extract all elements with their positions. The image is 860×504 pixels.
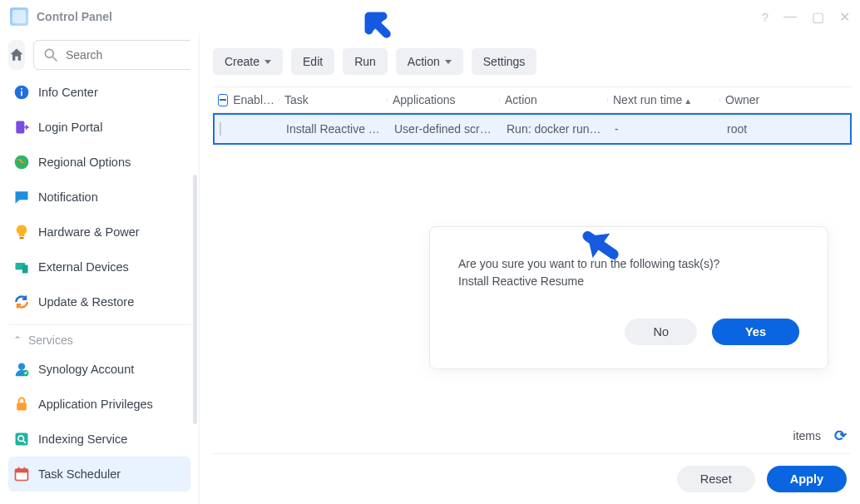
account-icon — [13, 361, 30, 378]
col-owner[interactable]: Owner — [720, 93, 816, 106]
dialog-no-button[interactable]: No — [625, 319, 697, 345]
col-action[interactable]: Action — [500, 93, 608, 106]
sidebar-item-label: Login Portal — [38, 121, 102, 134]
home-button[interactable] — [8, 40, 25, 70]
task-table: Enabl… Task Applications Action Next run… — [213, 86, 852, 145]
svg-line-1 — [53, 57, 57, 62]
home-icon — [8, 47, 25, 63]
cell-next-run: - — [610, 122, 722, 136]
titlebar: Control Panel ? — ▢ ✕ — [0, 0, 860, 33]
sidebar-item-label: Update & Restore — [38, 295, 134, 309]
sidebar-item-label: Synology Account — [38, 363, 134, 376]
cell-action: Run: docker run… — [502, 122, 610, 136]
toolbar: Create Edit Run Action Settings — [200, 33, 860, 86]
chat-icon — [13, 189, 30, 205]
sidebar-item-synology-account[interactable]: Synology Account — [8, 352, 190, 387]
maximize-icon[interactable]: ▢ — [812, 9, 824, 25]
svg-rect-19 — [24, 467, 26, 471]
chevron-down-icon — [264, 60, 271, 64]
search-input-wrap[interactable] — [33, 40, 190, 70]
index-icon — [13, 431, 30, 447]
items-count-label: items — [793, 429, 821, 442]
sync-icon — [13, 294, 30, 310]
sidebar-item-update-restore[interactable]: Update & Restore — [8, 284, 190, 319]
svg-point-0 — [45, 49, 53, 57]
dialog-message-line2: Install Reactive Resume — [458, 273, 799, 290]
sidebar-item-regional-options[interactable]: Regional Options — [8, 145, 190, 180]
sidebar-item-task-scheduler[interactable]: Task Scheduler — [8, 457, 190, 492]
sidebar-item-login-portal[interactable]: Login Portal — [8, 110, 190, 145]
sidebar-item-label: Regional Options — [38, 156, 131, 169]
search-icon — [42, 47, 59, 63]
confirm-dialog: Are you sure you want to run the followi… — [429, 226, 828, 369]
row-checkbox[interactable] — [220, 122, 221, 136]
portal-icon — [13, 119, 30, 136]
svg-rect-18 — [18, 467, 20, 471]
minimize-icon[interactable]: — — [783, 9, 797, 24]
sidebar-item-label: Notification — [38, 190, 98, 204]
col-task[interactable]: Task — [279, 93, 388, 106]
annotation-arrow — [572, 213, 622, 273]
cell-task: Install Reactive … — [281, 122, 389, 136]
apply-button[interactable]: Apply — [767, 466, 847, 492]
main-panel: Create Edit Run Action Settings Enabl… T… — [200, 33, 860, 504]
calendar-icon — [13, 466, 30, 482]
sidebar-item-external-devices[interactable]: External Devices — [8, 250, 190, 284]
refresh-icon[interactable]: ⟳ — [834, 427, 847, 445]
chevron-down-icon — [445, 60, 452, 64]
sidebar-item-label: Task Scheduler — [38, 467, 121, 481]
info-icon — [13, 84, 30, 101]
edit-button[interactable]: Edit — [291, 48, 334, 75]
lock-icon — [13, 396, 30, 413]
sidebar-item-notification[interactable]: Notification — [8, 180, 190, 215]
cell-applications: User-defined scr… — [389, 122, 502, 136]
table-row[interactable]: Install Reactive … User-defined scr… Run… — [213, 113, 852, 145]
dialog-yes-button[interactable]: Yes — [712, 319, 799, 345]
sidebar-item-hardware-power[interactable]: Hardware & Power — [8, 215, 190, 250]
reset-button[interactable]: Reset — [677, 466, 755, 492]
cell-owner: root — [722, 122, 818, 136]
sidebar-item-label: Hardware & Power — [38, 225, 140, 239]
svg-rect-7 — [20, 237, 24, 240]
sidebar-section-services[interactable]: ⌃ Services — [8, 324, 190, 352]
sidebar-item-label: Indexing Service — [38, 432, 127, 446]
annotation-arrow — [353, 0, 399, 47]
col-applications[interactable]: Applications — [388, 93, 500, 106]
window-title: Control Panel — [37, 10, 112, 23]
sidebar: Info Center Login Portal Regional Option… — [0, 33, 200, 504]
scrollbar[interactable] — [193, 175, 197, 424]
help-icon[interactable]: ? — [762, 10, 769, 24]
sidebar-item-label: External Devices — [38, 260, 129, 274]
svg-rect-12 — [17, 403, 27, 410]
settings-button[interactable]: Settings — [472, 48, 537, 75]
table-header: Enabl… Task Applications Action Next run… — [213, 86, 852, 113]
chevron-up-icon: ⌃ — [13, 334, 22, 346]
run-button[interactable]: Run — [343, 48, 388, 75]
sidebar-item-label: Application Privileges — [38, 398, 153, 411]
col-next-run[interactable]: Next run time▲ — [608, 93, 720, 106]
svg-rect-9 — [22, 265, 28, 274]
dialog-message-line1: Are you sure you want to run the followi… — [458, 255, 799, 273]
sidebar-item-indexing-service[interactable]: Indexing Service — [8, 422, 190, 457]
search-input[interactable] — [66, 48, 190, 62]
app-icon — [10, 7, 28, 26]
svg-rect-4 — [21, 88, 22, 90]
close-icon[interactable]: ✕ — [839, 9, 850, 25]
bulb-icon — [13, 224, 30, 240]
sidebar-item-application-privileges[interactable]: Application Privileges — [8, 387, 190, 422]
col-enabled[interactable]: Enabl… — [213, 93, 279, 106]
action-button[interactable]: Action — [396, 48, 463, 75]
globe-icon — [13, 154, 30, 170]
sort-asc-icon: ▲ — [684, 96, 692, 106]
section-label: Services — [28, 334, 73, 347]
svg-rect-17 — [16, 469, 28, 472]
svg-rect-3 — [21, 91, 22, 96]
create-button[interactable]: Create — [213, 48, 283, 75]
header-checkbox-indeterminate[interactable] — [218, 94, 228, 106]
sidebar-item-label: Info Center — [38, 86, 98, 99]
devices-icon — [13, 259, 30, 275]
svg-point-10 — [18, 363, 25, 370]
svg-rect-13 — [16, 433, 28, 446]
sidebar-item-info-center[interactable]: Info Center — [8, 75, 190, 110]
